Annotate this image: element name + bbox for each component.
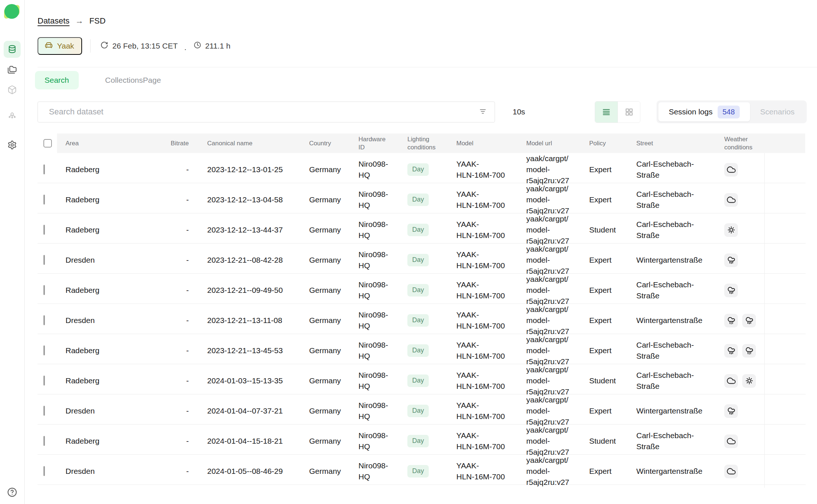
copy-icon[interactable]	[779, 345, 791, 356]
cell-model-url: yaak/cargpt/ model- r5ajq2ru:v27	[521, 153, 583, 186]
cell-weather	[718, 374, 764, 388]
table-row[interactable]: Radeberg - 2023-12-12--13-04-58 Germany …	[38, 183, 806, 213]
cell-policy: Expert	[583, 285, 631, 296]
copy-icon[interactable]	[779, 224, 791, 235]
cell-street: Carl-Eschebach- Straße	[631, 340, 718, 362]
copy-icon[interactable]	[779, 285, 791, 296]
vehicle-badge[interactable]: Yaak	[38, 37, 82, 55]
table-row[interactable]: Dresden - 2023-12-21--13-11-08 Germany N…	[38, 304, 806, 334]
cell-policy: Expert	[583, 164, 631, 175]
cloud-icon	[724, 465, 738, 478]
cell-bitrate: -	[162, 194, 193, 205]
copy-icon[interactable]	[779, 466, 791, 477]
breadcrumb-current: FSD	[89, 16, 106, 26]
table-row[interactable]: Dresden - 2024-01-04--07-37-21 Germany N…	[38, 394, 806, 425]
rain-icon	[724, 284, 738, 297]
list-view-icon[interactable]	[595, 102, 618, 123]
table-row[interactable]: Radeberg - 2023-12-21--09-49-50 Germany …	[38, 274, 806, 304]
table-row[interactable]: Radeberg - 2023-12-12--13-44-37 Germany …	[38, 213, 806, 244]
copy-icon[interactable]	[779, 255, 791, 266]
sidebar-item-graph[interactable]	[4, 107, 21, 124]
cell-street: Carl-Eschebach- Straße	[631, 159, 718, 181]
lighting-badge: Day	[407, 405, 429, 417]
table-row[interactable]: Radeberg - 2023-12-12--13-01-25 Germany …	[38, 153, 806, 183]
mode-session-logs[interactable]: Session logs548	[658, 102, 750, 121]
row-checkbox[interactable]	[43, 345, 45, 355]
cell-canonical-name: 2024-01-04--15-18-21	[193, 436, 304, 447]
cell-country: Germany	[304, 375, 353, 386]
row-checkbox[interactable]	[43, 376, 45, 386]
cell-model: YAAK- HLN-16M-700	[451, 340, 521, 362]
mode-switch: Session logs548Scenarios	[657, 100, 807, 123]
duration-filter[interactable]: 10s	[513, 107, 525, 116]
column-header-country: Country	[304, 134, 353, 153]
cell-canonical-name: 2023-12-21--13-11-08	[193, 315, 304, 326]
column-header-weather-conditions: Weather conditions	[718, 134, 764, 153]
copy-icon[interactable]	[779, 315, 791, 326]
copy-icon[interactable]	[779, 164, 791, 175]
copy-icon[interactable]	[779, 405, 791, 416]
tab-search[interactable]: Search	[35, 71, 79, 89]
help-icon[interactable]	[6, 486, 18, 499]
row-checkbox[interactable]	[43, 195, 45, 205]
cell-street: Carl-Eschebach- Straße	[631, 370, 718, 392]
table-row[interactable]: Dresden - 2023-12-21--08-42-28 Germany N…	[38, 244, 806, 274]
row-checkbox[interactable]	[43, 436, 45, 446]
cell-area: Dresden	[57, 255, 162, 266]
table-row[interactable]: Radeberg - 2024-01-03--15-13-35 Germany …	[38, 364, 806, 394]
cell-hardware-id: Niro098- HQ	[353, 249, 402, 271]
tab-collectionspage[interactable]: CollectionsPage	[96, 71, 171, 89]
cell-hardware-id: Niro098- HQ	[353, 189, 402, 211]
cell-model: YAAK- HLN-16M-700	[451, 370, 521, 392]
mode-scenarios[interactable]: Scenarios	[750, 102, 805, 121]
column-header-hardware-id: Hardware ID	[353, 134, 402, 153]
grid-view-icon[interactable]	[618, 102, 640, 123]
breadcrumb-datasets-link[interactable]: Datasets	[38, 16, 70, 26]
datasets-table: AreaBitrateCanonical nameCountryHardware…	[38, 134, 806, 485]
cell-canonical-name: 2024-01-05--08-46-29	[193, 466, 304, 477]
meta-separator-dot: .	[184, 43, 187, 52]
table-row[interactable]: Radeberg - 2023-12-21--13-45-53 Germany …	[38, 334, 806, 364]
row-checkbox[interactable]	[43, 466, 45, 476]
filter-icon[interactable]	[478, 107, 488, 117]
app-window: Datasets → FSD Yaak 26 Feb, 13:15 CET . …	[0, 0, 817, 504]
cell-policy: Student	[583, 224, 631, 235]
cell-lighting: Day	[402, 163, 451, 176]
cell-area: Radeberg	[57, 345, 162, 356]
cell-street: Carl-Eschebach- Straße	[631, 430, 718, 452]
sidebar-item-settings[interactable]	[4, 136, 21, 153]
select-all-checkbox[interactable]	[43, 139, 52, 148]
sidebar-item-packages[interactable]	[4, 81, 21, 98]
clock-icon	[193, 41, 202, 51]
table-row[interactable]: Radeberg - 2024-01-04--15-18-21 Germany …	[38, 425, 806, 455]
lighting-badge: Day	[407, 163, 429, 176]
row-checkbox[interactable]	[43, 164, 45, 174]
lighting-badge: Day	[407, 194, 429, 206]
history-clock-icon	[100, 41, 109, 51]
cell-hardware-id: Niro098- HQ	[353, 309, 402, 331]
cell-area: Dresden	[57, 315, 162, 326]
cell-model-url: yaak/cargpt/ model- r5ajq2ru:v27	[521, 213, 583, 246]
copy-icon[interactable]	[779, 194, 791, 205]
cell-canonical-name: 2023-12-21--09-49-50	[193, 285, 304, 296]
cell-area: Dresden	[57, 405, 162, 416]
sidebar-item-collections[interactable]	[4, 61, 21, 78]
cell-street: Wintergartenstraße	[631, 466, 718, 477]
table-row[interactable]: Dresden - 2024-01-05--08-46-29 Germany N…	[38, 455, 806, 485]
row-checkbox[interactable]	[43, 406, 45, 416]
tab-bar: SearchCollectionsPage	[25, 67, 817, 89]
column-header-model: Model	[451, 134, 521, 153]
copy-icon[interactable]	[779, 375, 791, 386]
car-icon	[44, 40, 53, 52]
row-checkbox[interactable]	[43, 315, 45, 325]
search-input[interactable]	[44, 107, 478, 117]
row-checkbox[interactable]	[43, 225, 45, 235]
cell-policy: Student	[583, 436, 631, 447]
row-checkbox[interactable]	[43, 255, 45, 265]
cell-model-url: yaak/cargpt/ model- r5ajq2ru:v27	[521, 425, 583, 458]
sidebar-item-datasets[interactable]	[4, 41, 21, 58]
row-checkbox[interactable]	[43, 285, 45, 295]
sleet-icon	[724, 314, 738, 327]
app-logo[interactable]	[3, 3, 21, 20]
copy-icon[interactable]	[779, 436, 791, 447]
